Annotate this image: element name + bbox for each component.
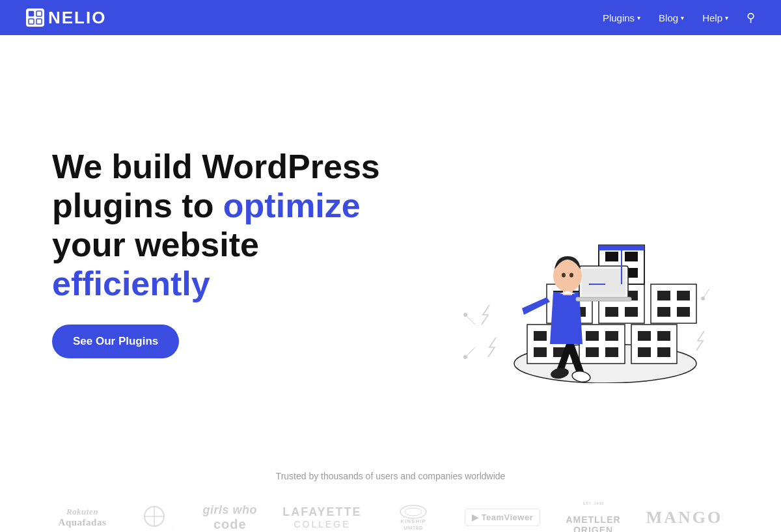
svg-rect-24 — [638, 347, 651, 357]
svg-rect-14 — [534, 347, 547, 357]
trusted-section: Trusted by thousands of users and compan… — [0, 458, 781, 532]
svg-line-5 — [465, 315, 475, 325]
logo-mango: MANGO — [646, 508, 723, 527]
logo-teamviewer: ▶ TeamViewer — [465, 509, 540, 526]
svg-rect-39 — [657, 307, 670, 317]
svg-rect-18 — [605, 331, 618, 341]
svg-rect-35 — [625, 307, 638, 317]
logo-girls-who-code: girls who code — [203, 503, 258, 532]
logo-text: NELIO — [48, 8, 106, 28]
svg-rect-20 — [605, 347, 618, 357]
nav-item-help[interactable]: Help ▾ — [702, 12, 728, 23]
hero-title-line2: plugins to optimize — [52, 187, 361, 224]
svg-point-54 — [569, 273, 573, 278]
svg-rect-37 — [657, 291, 670, 300]
logo-rakuten: Rakuten Aquafadas — [59, 507, 107, 528]
svg-rect-3 — [36, 19, 42, 24]
svg-rect-43 — [625, 252, 638, 261]
hero-title: We build WordPress plugins to optimize y… — [52, 148, 380, 303]
svg-rect-21 — [631, 325, 677, 364]
svg-line-7 — [703, 289, 709, 299]
help-chevron-icon: ▾ — [725, 14, 728, 21]
hero-content: We build WordPress plugins to optimize y… — [52, 148, 380, 358]
svg-rect-1 — [36, 11, 42, 16]
svg-line-9 — [465, 347, 475, 357]
svg-rect-51 — [576, 297, 631, 301]
svg-rect-22 — [638, 331, 651, 341]
nav-menu: Plugins ▾ Blog ▾ Help ▾ ⚲ — [603, 10, 755, 25]
logo-lafayette: LAFAYETTE COLLEGE — [282, 505, 361, 529]
svg-rect-23 — [657, 331, 670, 341]
plugins-chevron-icon: ▾ — [637, 14, 640, 21]
hero-highlight-optimize: optimize — [223, 187, 361, 224]
hero-svg — [404, 123, 729, 383]
svg-rect-16 — [579, 325, 625, 364]
svg-text:UNITED: UNITED — [404, 525, 422, 530]
nav-item-plugins[interactable]: Plugins ▾ — [603, 12, 640, 23]
blog-chevron-icon: ▾ — [681, 14, 684, 21]
logo-kinship: KINSHIP UNITED — [387, 502, 439, 533]
svg-rect-34 — [605, 307, 618, 317]
svg-rect-0 — [29, 11, 34, 16]
svg-text:EST. 1930: EST. 1930 — [582, 501, 603, 505]
nav-blog-label: Blog — [659, 12, 678, 23]
svg-rect-17 — [586, 331, 599, 341]
svg-point-53 — [562, 273, 566, 278]
logo-icon — [26, 8, 44, 27]
hero-section: We build WordPress plugins to optimize y… — [0, 35, 781, 458]
svg-point-63 — [405, 508, 422, 516]
logos-row: Rakuten Aquafadas MÉDECINS SANS FRONTIÈR… — [26, 499, 755, 532]
logo-msf: MÉDECINS SANS FRONTIÈRES — [131, 503, 177, 531]
logo-ametller: EST. 1930 AMETLLER ORIGEN — [566, 499, 620, 532]
svg-text:MÉDECINS SANS FRONTIÈRES: MÉDECINS SANS FRONTIÈRES — [131, 528, 177, 529]
svg-rect-36 — [651, 284, 696, 323]
svg-rect-50 — [582, 269, 625, 296]
nav-help-label: Help — [702, 12, 722, 23]
svg-rect-42 — [605, 252, 618, 261]
hero-title-line3: your website — [52, 226, 259, 263]
nav-search[interactable]: ⚲ — [747, 10, 755, 25]
trusted-subtitle: Trusted by thousands of users and compan… — [26, 471, 755, 481]
svg-rect-2 — [29, 19, 34, 24]
logo[interactable]: NELIO — [26, 8, 106, 28]
svg-text:KINSHIP: KINSHIP — [400, 518, 426, 524]
svg-rect-12 — [534, 331, 547, 341]
navbar: NELIO Plugins ▾ Blog ▾ Help ▾ ⚲ — [0, 0, 781, 35]
hero-highlight-efficiently: efficiently — [52, 265, 210, 302]
svg-rect-38 — [677, 291, 690, 300]
hero-title-line1: We build WordPress — [52, 148, 380, 185]
see-plugins-button[interactable]: See Our Plugins — [52, 325, 179, 358]
nav-plugins-label: Plugins — [603, 12, 635, 23]
svg-rect-25 — [657, 347, 670, 357]
svg-rect-40 — [677, 307, 690, 317]
nav-item-blog[interactable]: Blog ▾ — [659, 12, 684, 23]
svg-rect-19 — [586, 347, 599, 357]
svg-point-62 — [400, 505, 426, 518]
hero-illustration — [404, 123, 729, 383]
search-icon[interactable]: ⚲ — [747, 11, 755, 24]
